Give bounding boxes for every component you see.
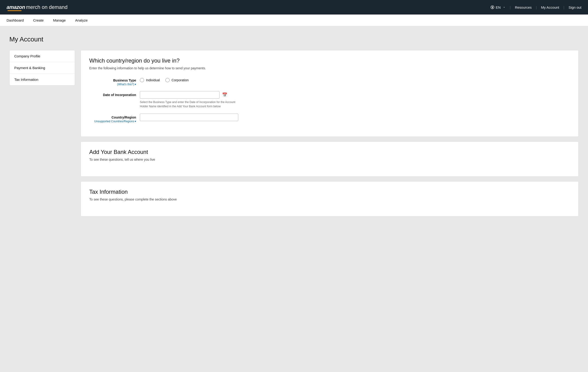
radio-individual-label: Individual <box>146 78 160 82</box>
section-tax-card: Tax Information To see these questions, … <box>81 181 579 216</box>
resources-link[interactable]: Resources <box>515 5 532 9</box>
top-nav: amazon merch on demand EN | Resources | … <box>0 0 588 14</box>
chevron-down-icon <box>503 6 505 9</box>
radio-corporation-input[interactable] <box>165 78 170 82</box>
sidebar-item-tax-information[interactable]: Tax Information <box>10 74 75 85</box>
radio-individual-input[interactable] <box>140 78 144 82</box>
nav-create[interactable]: Create <box>33 15 43 26</box>
section-tax-title: Tax Information <box>89 189 570 195</box>
my-account-link[interactable]: My Account <box>541 5 559 9</box>
main-content: Which country/region do you live in? Ent… <box>81 50 579 216</box>
country-input[interactable] <box>140 114 238 121</box>
date-incorporation-row: Date of Incorporation 📅 Select the Busin… <box>89 91 570 108</box>
sign-out-link[interactable]: Sign out <box>568 5 581 9</box>
date-control-col: 📅 Select the Business Type and enter the… <box>140 91 570 108</box>
country-label-col: Country/Region Unsupported Countries/Reg… <box>89 114 136 123</box>
radio-individual[interactable]: Individual <box>140 78 160 82</box>
whats-this-link[interactable]: (What's this?) ▾ <box>89 83 136 86</box>
top-nav-right: EN | Resources | My Account | Sign out <box>490 5 581 9</box>
unsupported-countries-link[interactable]: Unsupported Countries/Regions ▾ <box>89 120 136 123</box>
radio-corporation[interactable]: Corporation <box>165 78 189 82</box>
business-type-label: Business Type <box>89 78 136 82</box>
business-type-control-col: Individual Corporation <box>140 77 570 82</box>
section-bank-card: Add Your Bank Account To see these quest… <box>81 141 579 177</box>
section-bank-subtitle: To see these questions, tell us where yo… <box>89 158 570 161</box>
sidebar-item-payment-banking[interactable]: Payment & Banking <box>10 62 75 74</box>
page-content: My Account Company Profile Payment & Ban… <box>0 26 588 226</box>
page-title: My Account <box>9 36 579 43</box>
lang-selector[interactable]: EN <box>490 5 505 9</box>
logo: amazon merch on demand <box>7 4 67 10</box>
date-hint: Select the Business Type and enter the D… <box>140 100 238 108</box>
sidebar-item-company-profile[interactable]: Company Profile <box>10 50 75 62</box>
date-label: Date of Incorporation <box>89 93 136 97</box>
lang-label: EN <box>496 5 501 9</box>
section-country-title: Which country/region do you live in? <box>89 57 570 64</box>
calendar-icon[interactable]: 📅 <box>221 92 228 98</box>
date-input-wrapper: 📅 <box>140 91 570 99</box>
sub-nav: Dashboard Create Manage Analyze <box>0 14 588 26</box>
section-country-subtitle: Enter the following information to help … <box>89 66 570 70</box>
country-label: Country/Region <box>89 116 136 119</box>
business-type-radio-group: Individual Corporation <box>140 77 570 82</box>
country-control-col <box>140 114 570 121</box>
logo-amazon: amazon <box>7 4 25 10</box>
separator-2: | <box>536 5 537 9</box>
business-type-label-col: Business Type (What's this?) ▾ <box>89 77 136 86</box>
date-input[interactable] <box>140 91 220 99</box>
globe-icon <box>490 5 494 9</box>
section-tax-subtitle: To see these questions, please complete … <box>89 197 570 201</box>
country-region-row: Country/Region Unsupported Countries/Reg… <box>89 114 570 123</box>
chevron-down-icon: ▾ <box>135 83 136 86</box>
logo-rest: merch on demand <box>26 4 67 10</box>
radio-corporation-label: Corporation <box>171 78 189 82</box>
layout: Company Profile Payment & Banking Tax In… <box>9 50 579 216</box>
separator-3: | <box>563 5 564 9</box>
separator-1: | <box>510 5 511 9</box>
nav-analyze[interactable]: Analyze <box>75 15 88 26</box>
section-bank-title: Add Your Bank Account <box>89 149 570 155</box>
section-country-card: Which country/region do you live in? Ent… <box>81 50 579 137</box>
sidebar: Company Profile Payment & Banking Tax In… <box>9 50 75 85</box>
chevron-down-icon-2: ▾ <box>135 120 136 123</box>
nav-manage[interactable]: Manage <box>53 15 66 26</box>
business-type-row: Business Type (What's this?) ▾ Individua… <box>89 77 570 86</box>
nav-dashboard[interactable]: Dashboard <box>7 15 24 26</box>
date-label-col: Date of Incorporation <box>89 91 136 97</box>
